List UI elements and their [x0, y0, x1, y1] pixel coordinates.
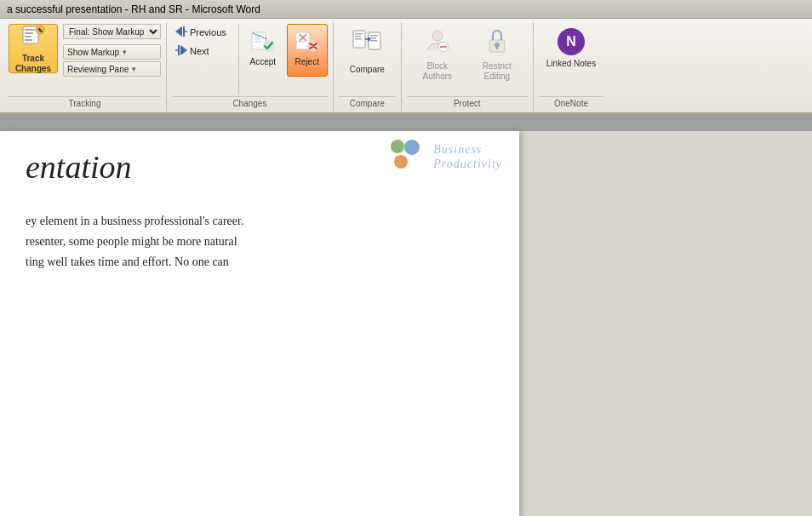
ribbon: ✎ Track Changes Final: Show Markup — [0, 19, 812, 114]
block-authors-label: BlockAuthors — [423, 61, 452, 82]
svg-rect-1 — [25, 29, 35, 31]
onenote-group-content: N Linked Notes — [539, 24, 603, 95]
action-buttons: Accept — [243, 24, 328, 77]
reject-btn-wrapper: Reject — [287, 24, 328, 77]
svg-rect-16 — [254, 41, 261, 43]
accept-icon — [249, 28, 277, 55]
changes-group: Previous Next — [167, 22, 334, 112]
svg-rect-2 — [25, 32, 33, 34]
tracking-group: ✎ Track Changes Final: Show Markup — [3, 22, 167, 112]
compare-label-row: Compare — [339, 96, 396, 111]
accept-button[interactable]: Accept — [243, 24, 283, 77]
svg-rect-25 — [355, 36, 361, 37]
tracking-group-label: Tracking — [69, 99, 101, 108]
previous-label: Previous — [190, 27, 226, 37]
restrict-editing-label: RestrictEditing — [483, 61, 512, 82]
svg-rect-15 — [254, 38, 260, 40]
compare-group-label: Compare — [350, 99, 385, 108]
svg-marker-7 — [175, 26, 182, 37]
nav-section: Previous Next — [172, 24, 230, 60]
restrict-editing-icon — [484, 28, 510, 60]
svg-rect-3 — [25, 36, 31, 37]
next-label: Next — [190, 46, 209, 56]
changes-group-label: Changes — [232, 99, 266, 108]
changes-group-content: Previous Next — [172, 24, 328, 95]
next-button[interactable]: Next — [172, 43, 230, 60]
svg-rect-21 — [298, 41, 306, 43]
next-icon — [175, 44, 187, 58]
body-paragraph-2: resenter, some people might be more natu… — [26, 232, 494, 252]
onenote-label-row: OneNote — [539, 96, 603, 111]
protect-group: BlockAuthors RestrictEditing — [402, 22, 534, 112]
body-paragraph-3: ting well takes time and effort. No one … — [26, 252, 494, 272]
logo-circle-orange — [394, 155, 408, 169]
previous-icon — [175, 26, 187, 39]
reject-icon — [294, 28, 321, 55]
onenote-group-label: OneNote — [554, 99, 588, 108]
track-changes-button[interactable]: ✎ Track Changes — [9, 24, 58, 73]
logo-circle-blue — [404, 140, 420, 155]
nav-separator — [238, 24, 239, 95]
block-authors-button[interactable]: BlockAuthors — [409, 24, 466, 77]
show-markup-button[interactable]: Show Markup ▼ — [63, 44, 161, 60]
reviewing-pane-button[interactable]: Reviewing Pane ▼ — [63, 61, 161, 77]
restrict-editing-button[interactable]: RestrictEditing — [469, 24, 525, 77]
compare-label: Compare — [350, 65, 385, 74]
document-page: Business Productivity entation ey elemen… — [0, 131, 519, 516]
logo-circle-green — [391, 140, 404, 153]
compare-icon — [352, 28, 381, 63]
title-bar: a successful presentation - RH and SR - … — [0, 0, 812, 19]
compare-group-content: Compare — [342, 24, 392, 95]
protect-group-label: Protect — [454, 99, 481, 108]
tracking-group-content: ✎ Track Changes Final: Show Markup — [9, 24, 161, 95]
changes-label-row: Changes — [172, 96, 328, 111]
protect-label-row: Protect — [407, 96, 528, 111]
markup-dropdown[interactable]: Final: Show Markup — [63, 24, 161, 39]
protect-group-content: BlockAuthors RestrictEditing — [409, 24, 525, 95]
reviewing-pane-arrow: ▼ — [130, 66, 137, 73]
onenote-icon: N — [558, 28, 585, 55]
svg-rect-24 — [355, 33, 363, 35]
accept-btn-wrapper: Accept — [243, 24, 283, 77]
right-panel — [519, 131, 812, 516]
svg-rect-28 — [370, 35, 378, 37]
reject-button[interactable]: Reject — [287, 24, 328, 77]
svg-point-33 — [432, 31, 443, 41]
ribbon-groups: ✎ Track Changes Final: Show Markup — [0, 19, 812, 112]
svg-rect-26 — [355, 38, 362, 40]
window-title: a successful presentation - RH and SR - … — [7, 3, 260, 15]
svg-rect-30 — [370, 40, 377, 42]
reject-label: Reject — [295, 57, 319, 66]
track-side-controls: Final: Show Markup Show Markup ▼ Reviewi… — [63, 24, 161, 77]
linked-notes-label: Linked Notes — [546, 59, 596, 68]
svg-text:✎: ✎ — [37, 27, 43, 35]
logo-circles — [391, 140, 426, 175]
track-changes-label: Track Changes — [15, 54, 51, 74]
document-body: ey element in a business professional's … — [26, 211, 494, 272]
logo-text: Business Productivity — [433, 143, 502, 172]
previous-button[interactable]: Previous — [172, 24, 230, 41]
body-paragraph-1: ey element in a business professional's … — [26, 211, 494, 232]
compare-button[interactable]: Compare — [342, 24, 392, 77]
show-markup-arrow: ▼ — [121, 49, 128, 56]
block-authors-icon — [425, 28, 450, 60]
tracking-label-row: Tracking — [9, 96, 161, 111]
onenote-group: N Linked Notes OneNote — [534, 22, 609, 112]
business-logo: Business Productivity — [391, 140, 502, 175]
compare-group: Compare Compare — [334, 22, 402, 112]
accept-label: Accept — [250, 57, 277, 66]
svg-rect-29 — [370, 37, 376, 39]
document-area: Business Productivity entation ey elemen… — [0, 114, 812, 516]
track-changes-icon: ✎ — [21, 23, 45, 52]
svg-marker-10 — [180, 45, 187, 55]
linked-notes-button[interactable]: N Linked Notes — [539, 24, 603, 77]
svg-rect-4 — [25, 39, 32, 41]
